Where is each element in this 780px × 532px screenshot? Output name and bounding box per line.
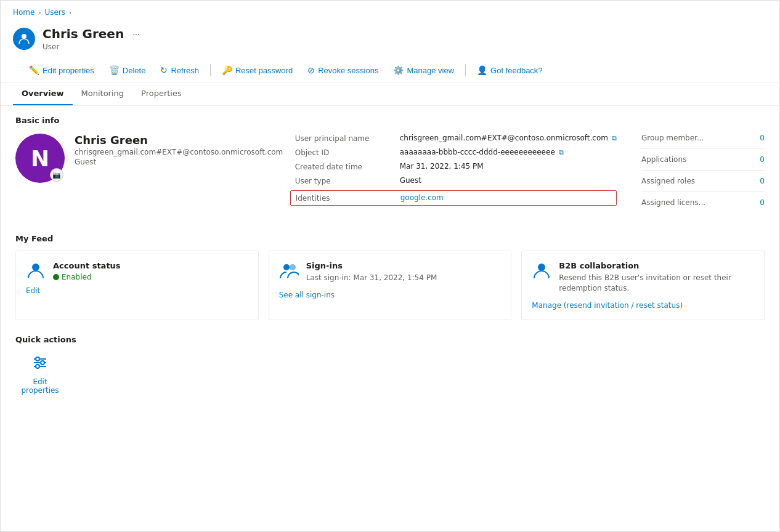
reset-password-button[interactable]: 🔑 Reset password [216,62,299,78]
field-label-usertype: User type [295,176,388,185]
svg-point-1 [32,264,39,271]
sign-ins-icon [279,261,299,281]
reset-password-label: Reset password [235,66,293,75]
edit-properties-button[interactable]: ✏️ Edit properties [23,62,100,78]
basic-info-area: N 📷 Chris Green chrisgreen_gmail.com#EXT… [15,134,765,219]
stat-value-roles[interactable]: 0 [760,177,765,185]
stat-value-apps[interactable]: 0 [760,155,765,164]
field-label-upn: User principal name [295,134,388,143]
breadcrumb-sep1: › [38,9,41,16]
account-status-card: Account status Enabled Edit [15,251,259,320]
stat-group-members: Group member... 0 [641,134,765,149]
copy-upn-icon[interactable]: ⧉ [612,134,617,142]
breadcrumb-sep2: › [69,9,71,16]
delete-icon: 🗑️ [109,65,120,75]
feed-cards: Account status Enabled Edit [15,251,765,320]
profile-user-type: Guest [75,158,283,166]
stats-section: Group member... 0 Applications 0 Assigne… [641,134,765,219]
field-value-created: Mar 31, 2022, 1:45 PM [400,162,484,171]
field-row-upn: User principal name chrisgreen_gmail.com… [295,134,617,143]
svg-point-9 [41,361,44,365]
field-row-identities: Identities google.com [290,190,617,206]
stat-label-apps: Applications [641,155,686,164]
revoke-sessions-button[interactable]: ⊘ Revoke sessions [301,62,384,78]
edit-icon: ✏️ [29,65,39,75]
stat-assigned-licenses: Assigned licens... 0 [641,198,765,213]
b2b-title: B2B collaboration [559,261,754,270]
stat-applications: Applications 0 [641,155,765,171]
status-enabled-dot [53,274,59,280]
stat-label-roles: Assigned roles [641,177,695,185]
breadcrumb-home[interactable]: Home [13,8,35,17]
delete-button[interactable]: 🗑️ Delete [103,62,152,78]
svg-point-4 [538,264,545,271]
identities-link[interactable]: google.com [400,193,444,202]
profile-email: chrisgreen_gmail.com#EXT#@contoso.onmicr… [75,148,283,156]
field-label-objectid: Object ID [295,148,388,157]
got-feedback-button[interactable]: 👤 Got feedback? [471,62,549,78]
account-status-header: Account status Enabled [26,261,248,281]
tab-properties[interactable]: Properties [132,83,190,105]
b2b-text: Resend this B2B user's invitation or res… [559,273,754,294]
user-role: User [43,42,144,51]
tab-monitoring[interactable]: Monitoring [73,83,133,105]
b2b-collaboration-card: B2B collaboration Resend this B2B user's… [521,251,765,320]
sign-ins-text: Last sign-in: Mar 31, 2022, 1:54 PM [306,273,437,283]
camera-button[interactable]: 📷 [50,168,63,182]
reset-password-icon: 🔑 [222,65,232,75]
basic-info-title: Basic info [15,116,765,125]
account-status-edit-link[interactable]: Edit [26,286,248,295]
field-value-objectid: aaaaaaaa-bbbb-cccc-dddd-eeeeeeeeeeee ⧉ [400,148,564,156]
field-value-identities: google.com [400,193,444,202]
b2b-icon [532,261,551,281]
field-row-objectid: Object ID aaaaaaaa-bbbb-cccc-dddd-eeeeee… [295,148,617,157]
svg-point-10 [36,365,39,368]
got-feedback-label: Got feedback? [490,66,543,75]
user-header: Chris Green ··· User [1,22,779,58]
refresh-icon: ↻ [160,65,168,75]
revoke-sessions-label: Revoke sessions [318,66,378,75]
field-row-created: Created date time Mar 31, 2022, 1:45 PM [295,162,617,171]
tab-overview[interactable]: Overview [13,83,73,105]
sign-ins-title: Sign-ins [306,261,437,270]
sign-ins-header: Sign-ins Last sign-in: Mar 31, 2022, 1:5… [279,261,502,286]
tabs: Overview Monitoring Properties [1,83,779,106]
account-status-value: Enabled [62,273,92,281]
manage-view-icon: ⚙️ [393,65,404,75]
copy-objectid-icon[interactable]: ⧉ [559,148,564,156]
stat-value-licenses[interactable]: 0 [760,198,765,207]
toolbar: ✏️ Edit properties 🗑️ Delete ↻ Refresh 🔑… [1,58,779,83]
feedback-icon: 👤 [477,65,487,75]
manage-view-button[interactable]: ⚙️ Manage view [387,62,460,78]
user-name: Chris Green [43,26,124,41]
stat-value-groups[interactable]: 0 [760,134,765,142]
revoke-sessions-icon: ⊘ [307,65,315,75]
account-status-status: Enabled [53,273,121,281]
page-title: Chris Green ··· [43,26,144,41]
b2b-manage-link[interactable]: Manage (resend invitation / reset status… [532,301,754,310]
field-value-upn: chrisgreen_gmail.com#EXT#@contoso.onmicr… [400,134,617,142]
profile-info: Chris Green chrisgreen_gmail.com#EXT#@co… [75,134,283,166]
user-profile: N 📷 Chris Green chrisgreen_gmail.com#EXT… [15,134,270,219]
quick-action-edit-properties[interactable]: Edit properties [15,352,65,395]
ellipsis-button[interactable]: ··· [129,28,144,40]
user-header-icon [13,28,35,50]
breadcrumb: Home › Users › [1,1,779,22]
toolbar-divider [210,64,211,76]
manage-view-label: Manage view [407,66,454,75]
stat-assigned-roles: Assigned roles 0 [641,177,765,192]
b2b-header: B2B collaboration Resend this B2B user's… [532,261,754,296]
fields-section: User principal name chrisgreen_gmail.com… [295,134,617,219]
refresh-label: Refresh [171,66,199,75]
account-status-title: Account status [53,261,121,270]
svg-point-8 [36,357,39,361]
stat-label-licenses: Assigned licens... [641,198,705,207]
see-all-sign-ins-link[interactable]: See all sign-ins [279,291,502,299]
field-label-created: Created date time [295,162,388,171]
stat-label-groups: Group member... [641,134,704,142]
breadcrumb-users[interactable]: Users [44,8,65,17]
refresh-button[interactable]: ↻ Refresh [154,62,205,78]
quick-action-sliders-icon [29,352,51,374]
avatar-letter: N [31,146,49,171]
field-value-usertype: Guest [400,176,421,185]
